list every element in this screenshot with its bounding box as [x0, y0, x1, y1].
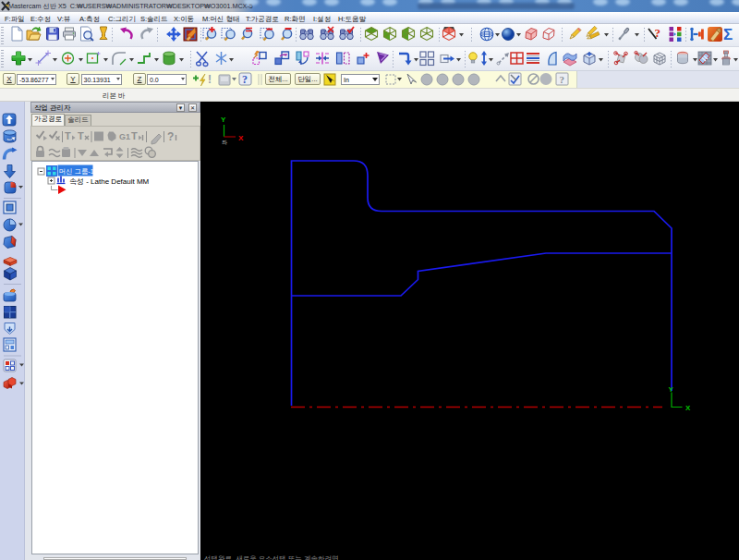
svg-text:X: X — [685, 404, 691, 412]
svg-text:T: T — [65, 130, 71, 141]
svg-text:!: ! — [208, 73, 212, 86]
svg-text:Σ: Σ — [723, 26, 733, 43]
svg-text:T: T — [131, 130, 138, 141]
svg-text:?: ? — [655, 26, 661, 40]
svg-text:선택완료. 새로운 요소선택 또는 계속하려면: 선택완료. 새로운 요소선택 또는 계속하려면 — [204, 554, 338, 560]
svg-text:Y: Y — [221, 116, 226, 124]
svg-text:좌: 좌 — [222, 140, 227, 145]
svg-text:T: T — [78, 130, 84, 141]
svg-text:X: X — [238, 134, 244, 142]
svg-text:G1: G1 — [119, 132, 130, 141]
svg-text:속성 - Lathe Default MM: 속성 - Lathe Default MM — [69, 177, 150, 186]
svg-text:?: ? — [560, 74, 565, 85]
svg-text:?: ? — [167, 130, 174, 143]
svg-text:머신 그룹-1: 머신 그룹-1 — [59, 167, 94, 176]
svg-text:?: ? — [242, 73, 248, 86]
